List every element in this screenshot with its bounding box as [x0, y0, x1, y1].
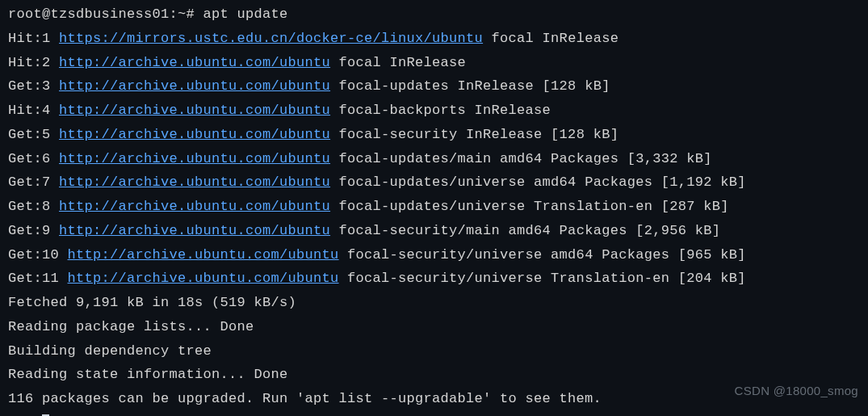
summary-line: 116 packages can be upgraded. Run 'apt l…: [8, 387, 860, 411]
output-line: Get:8 http://archive.ubuntu.com/ubuntu f…: [8, 195, 860, 219]
repo-link[interactable]: http://archive.ubuntu.com/ubuntu: [59, 223, 330, 238]
repo-link[interactable]: http://archive.ubuntu.com/ubuntu: [59, 103, 330, 118]
output-line: Get:10 http://archive.ubuntu.com/ubuntu …: [8, 243, 860, 267]
repo-link[interactable]: http://archive.ubuntu.com/ubuntu: [59, 199, 330, 214]
prompt-path: ~: [178, 6, 187, 22]
command-text: apt update: [203, 6, 288, 22]
prompt-user-host: root@tzsdbusiness01: [8, 6, 170, 22]
output-line: Hit:4 http://archive.ubuntu.com/ubuntu f…: [8, 99, 860, 123]
repo-link[interactable]: http://archive.ubuntu.com/ubuntu: [59, 151, 330, 166]
output-line: Hit:2 http://archive.ubuntu.com/ubuntu f…: [8, 51, 860, 75]
output-line: Get:6 http://archive.ubuntu.com/ubuntu f…: [8, 147, 860, 171]
repo-link[interactable]: http://archive.ubuntu.com/ubuntu: [59, 127, 330, 142]
watermark-text: CSDN @18000_smog: [735, 380, 858, 401]
output-line: Get:9 http://archive.ubuntu.com/ubuntu f…: [8, 219, 860, 243]
repo-link[interactable]: http://archive.ubuntu.com/ubuntu: [59, 174, 330, 190]
summary-line: Reading state information... Done: [8, 363, 860, 387]
repo-link[interactable]: http://archive.ubuntu.com/ubuntu: [68, 271, 339, 286]
summary-line: Reading package lists... Done: [8, 315, 860, 339]
summary-line: Fetched 9,191 kB in 18s (519 kB/s): [8, 291, 860, 315]
summary-line: Building dependency tree: [8, 339, 860, 363]
prompt-line[interactable]: root@tzsdbusiness01:~# apt update: [8, 2, 860, 27]
prompt-line-2[interactable]: [8, 411, 860, 416]
repo-link[interactable]: https://mirrors.ustc.edu.cn/docker-ce/li…: [59, 31, 483, 46]
output-line: Get:3 http://archive.ubuntu.com/ubuntu f…: [8, 74, 860, 99]
prompt-symbol: #: [187, 6, 195, 22]
repo-link[interactable]: http://archive.ubuntu.com/ubuntu: [59, 78, 330, 94]
output-line: Get:7 http://archive.ubuntu.com/ubuntu f…: [8, 170, 860, 195]
repo-link[interactable]: http://archive.ubuntu.com/ubuntu: [68, 247, 339, 263]
repo-link[interactable]: http://archive.ubuntu.com/ubuntu: [59, 55, 330, 70]
output-line: Get:11 http://archive.ubuntu.com/ubuntu …: [8, 267, 860, 291]
output-line: Hit:1 https://mirrors.ustc.edu.cn/docker…: [8, 27, 860, 51]
output-line: Get:5 http://archive.ubuntu.com/ubuntu f…: [8, 123, 860, 147]
